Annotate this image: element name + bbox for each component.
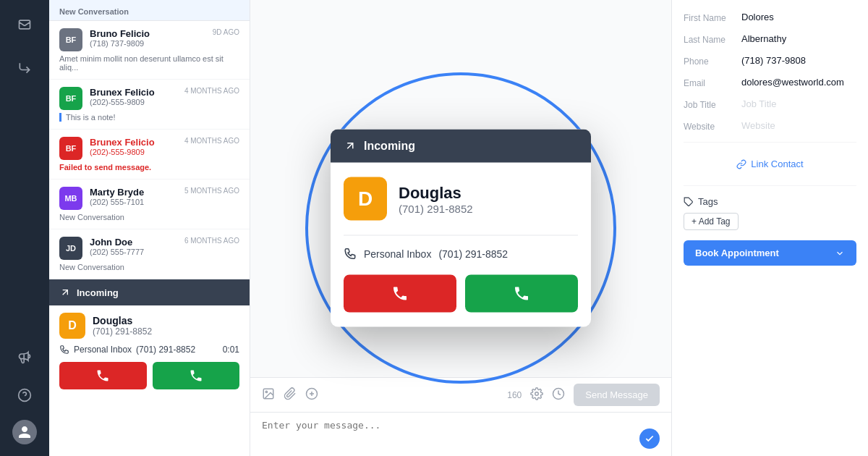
conversation-item-bf1[interactable]: BF Bruno Felicio (718) 737-9809 9D AGO A… xyxy=(49,21,250,80)
attachment-icon[interactable] xyxy=(284,387,297,403)
email-label: Email xyxy=(684,77,741,88)
field-row-jobtitle: Job Title Job Title xyxy=(684,98,856,110)
incoming-caller-info: D Douglas (701) 291-8852 xyxy=(59,313,239,339)
help-icon[interactable] xyxy=(12,382,38,408)
phone-label: Phone xyxy=(684,55,741,67)
avatar-mb: MB xyxy=(59,187,82,210)
field-row-lastname: Last Name Albernathy xyxy=(684,33,856,45)
modal-inbox-label: Personal Inbox xyxy=(364,248,431,260)
conv-name-bf3: Brunex Felicio xyxy=(90,137,177,148)
book-appointment-button[interactable]: Book Appointment xyxy=(684,240,856,266)
settings-icon[interactable] xyxy=(530,387,543,403)
incoming-section-header: Incoming xyxy=(49,279,250,305)
message-input[interactable] xyxy=(262,420,634,449)
user-avatar[interactable] xyxy=(12,420,37,444)
svg-point-4 xyxy=(535,392,539,395)
modal-header-label: Incoming xyxy=(364,140,415,153)
decline-button[interactable] xyxy=(59,362,147,389)
forward-icon[interactable] xyxy=(12,55,38,81)
conv-phone-bf1: (718) 737-9809 xyxy=(90,39,205,48)
right-panel: First Name Dolores Last Name Albernathy … xyxy=(671,0,868,456)
modal-decline-icon xyxy=(391,285,409,303)
email-value: dolores@westworld.com xyxy=(741,77,856,88)
tags-section: Tags + Add Tag xyxy=(684,196,856,230)
incoming-label: Incoming xyxy=(77,287,119,298)
sidebar-icons xyxy=(0,0,49,456)
modal-actions xyxy=(344,275,578,313)
modal-caller-details: Douglas (701) 291-8852 xyxy=(399,183,473,214)
conv-name-bf1: Bruno Felicio xyxy=(90,28,205,39)
panel-divider-2 xyxy=(684,185,856,186)
new-conversation-header: New Conversation xyxy=(49,0,250,21)
modal-caller-phone: (701) 291-8852 xyxy=(399,202,473,214)
decline-icon xyxy=(95,368,110,383)
conversation-list: New Conversation BF Bruno Felicio (718) … xyxy=(49,0,250,456)
modal-inbox-phone: (701) 291-8852 xyxy=(438,248,508,260)
conv-info-mb: Marty Bryde (202) 555-7101 xyxy=(90,187,177,206)
modal-accept-button[interactable] xyxy=(465,275,578,313)
incoming-arrow-icon xyxy=(59,287,71,298)
megaphone-icon[interactable] xyxy=(12,345,38,371)
modal-divider xyxy=(344,235,578,236)
send-check-button[interactable] xyxy=(639,428,660,449)
jobtitle-label: Job Title xyxy=(684,98,741,110)
link-contact-button[interactable]: Link Contact xyxy=(684,153,856,175)
add-icon[interactable] xyxy=(305,387,318,403)
conversation-item-jd[interactable]: JD John Doe (202) 555-7777 6 MONTHS AGO … xyxy=(49,229,250,279)
avatar-bf1: BF xyxy=(59,28,82,51)
message-input-row xyxy=(250,412,671,456)
conv-phone-bf3: (202)-555-9809 xyxy=(90,148,177,156)
modal-accept-icon xyxy=(513,285,530,303)
tag-icon xyxy=(684,197,694,207)
field-row-email: Email dolores@westworld.com xyxy=(684,77,856,88)
incoming-call-modal: Incoming D Douglas (701) 291-8852 Person… xyxy=(331,130,591,327)
avatar-bf3: BF xyxy=(59,137,82,160)
main-area: 160 Send Message Incoming xyxy=(250,0,671,456)
conv-preview-bf1: Amet minim mollit non deserunt ullamco e… xyxy=(59,54,239,72)
website-value: Website xyxy=(741,120,856,131)
incoming-caller-phone: (701) 291-8852 xyxy=(93,326,152,337)
book-appointment-label: Book Appointment xyxy=(695,248,779,258)
add-tag-button[interactable]: + Add Tag xyxy=(684,213,739,230)
modal-body: D Douglas (701) 291-8852 Personal Inbox … xyxy=(331,163,591,327)
conv-phone-jd: (202) 555-7777 xyxy=(90,248,177,256)
conversation-item-mb[interactable]: MB Marty Bryde (202) 555-7101 5 MONTHS A… xyxy=(49,180,250,229)
lastname-label: Last Name xyxy=(684,33,741,45)
incoming-inbox-label: Personal Inbox xyxy=(74,345,132,355)
conv-name-bf2: Brunex Felicio xyxy=(90,87,177,98)
conversation-item-bf2[interactable]: BF Brunex Felicio (202)-555-9809 4 MONTH… xyxy=(49,80,250,130)
clock-icon[interactable] xyxy=(552,387,565,403)
incoming-caller-item: D Douglas (701) 291-8852 Personal Inbox … xyxy=(49,305,250,397)
conv-preview-mb: New Conversation xyxy=(59,213,239,221)
conv-info-jd: John Doe (202) 555-7777 xyxy=(90,237,177,256)
send-message-button[interactable]: Send Message xyxy=(574,384,660,406)
accept-icon xyxy=(189,368,203,383)
image-icon[interactable] xyxy=(262,387,275,403)
conv-time-bf1: 9D AGO xyxy=(213,28,239,36)
firstname-value: Dolores xyxy=(741,12,856,22)
conv-info-bf2: Brunex Felicio (202)-555-9809 xyxy=(90,87,177,106)
incoming-inbox-row: Personal Inbox (701) 291-8852 0:01 xyxy=(59,345,239,355)
tags-label: Tags xyxy=(684,196,856,207)
conv-time-bf3: 4 MONTHS AGO xyxy=(184,137,239,145)
conv-time-jd: 6 MONTHS AGO xyxy=(184,237,239,245)
modal-inbox: Personal Inbox (701) 291-8852 xyxy=(344,248,578,261)
chevron-down-icon xyxy=(835,248,845,258)
jobtitle-value: Job Title xyxy=(741,98,856,109)
compose-icon[interactable] xyxy=(12,12,38,38)
incoming-actions xyxy=(59,362,239,389)
field-row-website: Website Website xyxy=(684,120,856,132)
avatar-jd: JD xyxy=(59,237,82,260)
checkmark-icon xyxy=(644,434,655,444)
firstname-label: First Name xyxy=(684,12,741,23)
website-label: Website xyxy=(684,120,741,132)
svg-point-2 xyxy=(265,391,267,392)
lastname-value: Albernathy xyxy=(741,33,856,44)
modal-decline-button[interactable] xyxy=(344,275,456,313)
incoming-caller-name: Douglas xyxy=(93,315,152,326)
conversation-item-bf3[interactable]: BF Brunex Felicio (202)-555-9809 4 MONTH… xyxy=(49,130,250,180)
incoming-inbox-phone: (701) 291-8852 xyxy=(136,345,195,355)
modal-caller-name: Douglas xyxy=(399,183,473,202)
modal-incoming-icon xyxy=(344,140,357,153)
accept-button[interactable] xyxy=(153,362,240,389)
